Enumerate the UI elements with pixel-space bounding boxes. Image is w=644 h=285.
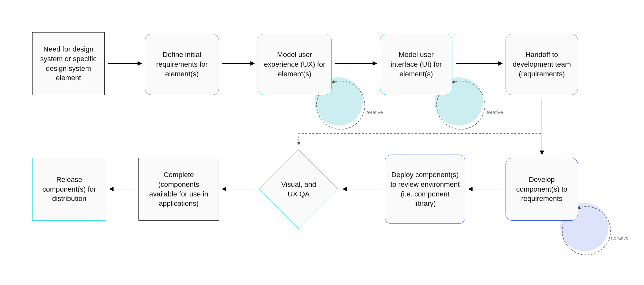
node-define: Define initial requirements for element(… (145, 34, 219, 95)
node-ux: Model user experience (UX) for element(s… (258, 34, 332, 95)
node-ui: Model user interface (UI) for element(s) (380, 34, 452, 95)
node-ux-label: Model user experience (UX) for element(s… (263, 50, 326, 79)
node-handoff: Handoff to development team (requirement… (506, 34, 578, 95)
node-deploy-label: Deploy component(s) to review environmen… (390, 170, 460, 208)
iterative-label-ux: iterative (365, 109, 383, 115)
node-need-label: Need for design system or specific desig… (38, 44, 99, 83)
node-qa-label: Visual, and UX QA (270, 180, 327, 199)
node-release: Release component(s) for distribution (32, 158, 106, 221)
node-need: Need for design system or specific desig… (32, 32, 105, 95)
node-develop: Develop component(s) to requirements (506, 158, 578, 221)
node-define-label: Define initial requirements for element(… (150, 50, 213, 79)
node-develop-label: Develop component(s) to requirements (511, 175, 573, 204)
iterative-label-develop: iterative (611, 235, 629, 241)
node-deploy: Deploy component(s) to review environmen… (385, 155, 465, 224)
node-qa: Visual, and UX QA (270, 161, 327, 217)
iterative-label-ui: iterative (486, 109, 503, 115)
node-complete: Complete (components available for use i… (138, 158, 219, 221)
node-handoff-label: Handoff to development team (requirement… (511, 50, 573, 79)
node-complete-label: Complete (components available for use i… (144, 170, 213, 208)
node-release-label: Release component(s) for distribution (38, 175, 101, 204)
node-ui-label: Model user interface (UI) for element(s) (385, 50, 447, 79)
flowchart-canvas: Need for design system or specific desig… (0, 0, 644, 285)
edge-qa-feedback (299, 134, 542, 145)
